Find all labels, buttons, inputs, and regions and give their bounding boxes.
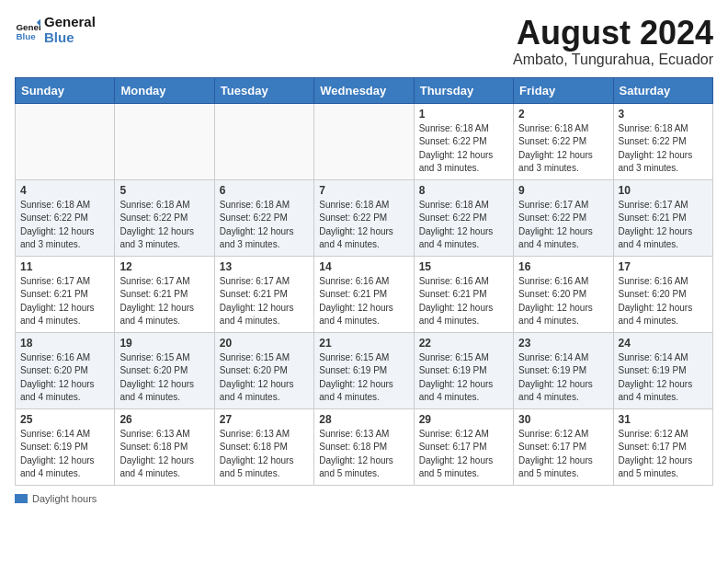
daylight-label: Daylight hours [32,493,97,504]
day-info: Sunrise: 6:13 AM Sunset: 6:18 PM Dayligh… [319,428,408,481]
calendar-cell: 23Sunrise: 6:14 AM Sunset: 6:19 PM Dayli… [514,332,613,408]
calendar-cell: 16Sunrise: 6:16 AM Sunset: 6:20 PM Dayli… [514,256,613,332]
day-number: 21 [319,337,408,350]
calendar-cell: 25Sunrise: 6:14 AM Sunset: 6:19 PM Dayli… [16,408,115,485]
calendar-cell: 14Sunrise: 6:16 AM Sunset: 6:21 PM Dayli… [314,256,414,332]
calendar-cell: 3Sunrise: 6:18 AM Sunset: 6:22 PM Daylig… [613,103,712,179]
day-info: Sunrise: 6:13 AM Sunset: 6:18 PM Dayligh… [119,428,209,481]
day-info: Sunrise: 6:16 AM Sunset: 6:21 PM Dayligh… [319,275,408,328]
day-number: 28 [319,413,408,426]
calendar-cell: 13Sunrise: 6:17 AM Sunset: 6:21 PM Dayli… [214,256,313,332]
calendar-cell: 12Sunrise: 6:17 AM Sunset: 6:21 PM Dayli… [115,256,214,332]
day-number: 2 [518,108,608,121]
day-number: 7 [319,184,408,197]
calendar-cell: 26Sunrise: 6:13 AM Sunset: 6:18 PM Dayli… [115,408,214,485]
weekday-header: Saturday [613,77,712,103]
calendar-cell [16,103,115,179]
day-info: Sunrise: 6:18 AM Sunset: 6:22 PM Dayligh… [518,122,608,176]
day-info: Sunrise: 6:16 AM Sunset: 6:21 PM Dayligh… [419,275,508,328]
day-info: Sunrise: 6:16 AM Sunset: 6:20 PM Dayligh… [20,351,109,405]
weekday-header: Sunday [16,77,115,103]
calendar-cell: 19Sunrise: 6:15 AM Sunset: 6:20 PM Dayli… [115,332,214,408]
day-info: Sunrise: 6:15 AM Sunset: 6:20 PM Dayligh… [220,351,309,405]
day-number: 27 [220,413,309,426]
day-info: Sunrise: 6:18 AM Sunset: 6:22 PM Dayligh… [20,199,109,252]
day-number: 16 [518,260,608,273]
calendar-cell: 30Sunrise: 6:12 AM Sunset: 6:17 PM Dayli… [514,408,613,485]
day-number: 23 [518,337,608,350]
day-info: Sunrise: 6:18 AM Sunset: 6:22 PM Dayligh… [319,199,408,252]
day-number: 9 [518,184,608,197]
calendar-cell: 1Sunrise: 6:18 AM Sunset: 6:22 PM Daylig… [414,103,513,179]
calendar-week-row: 18Sunrise: 6:16 AM Sunset: 6:20 PM Dayli… [16,332,713,408]
calendar-cell: 10Sunrise: 6:17 AM Sunset: 6:21 PM Dayli… [613,179,712,256]
day-info: Sunrise: 6:12 AM Sunset: 6:17 PM Dayligh… [518,428,608,481]
day-info: Sunrise: 6:15 AM Sunset: 6:19 PM Dayligh… [319,351,408,405]
day-number: 8 [419,184,508,197]
day-info: Sunrise: 6:17 AM Sunset: 6:21 PM Dayligh… [119,275,209,328]
calendar-cell: 31Sunrise: 6:12 AM Sunset: 6:17 PM Dayli… [613,408,712,485]
day-number: 31 [619,413,708,426]
day-number: 29 [419,413,508,426]
svg-text:Blue: Blue [16,30,36,40]
day-info: Sunrise: 6:18 AM Sunset: 6:22 PM Dayligh… [419,122,508,176]
day-number: 20 [220,337,309,350]
day-number: 12 [119,260,209,273]
day-number: 5 [119,184,209,197]
day-info: Sunrise: 6:14 AM Sunset: 6:19 PM Dayligh… [518,351,608,405]
calendar-cell: 27Sunrise: 6:13 AM Sunset: 6:18 PM Dayli… [214,408,313,485]
calendar-cell: 22Sunrise: 6:15 AM Sunset: 6:19 PM Dayli… [414,332,513,408]
logo: General Blue General Blue [15,15,96,45]
weekday-header: Friday [514,77,613,103]
day-info: Sunrise: 6:18 AM Sunset: 6:22 PM Dayligh… [220,199,309,252]
day-info: Sunrise: 6:17 AM Sunset: 6:21 PM Dayligh… [20,275,109,328]
day-number: 24 [619,337,708,350]
day-info: Sunrise: 6:13 AM Sunset: 6:18 PM Dayligh… [220,428,309,481]
calendar-cell: 6Sunrise: 6:18 AM Sunset: 6:22 PM Daylig… [214,179,313,256]
calendar-cell [314,103,414,179]
calendar-cell: 9Sunrise: 6:17 AM Sunset: 6:22 PM Daylig… [514,179,613,256]
calendar-header-row: SundayMondayTuesdayWednesdayThursdayFrid… [16,77,713,103]
day-info: Sunrise: 6:17 AM Sunset: 6:22 PM Dayligh… [518,199,608,252]
day-info: Sunrise: 6:18 AM Sunset: 6:22 PM Dayligh… [619,122,708,176]
day-info: Sunrise: 6:16 AM Sunset: 6:20 PM Dayligh… [619,275,708,328]
calendar-title: August 2024 [513,15,713,52]
calendar-cell: 28Sunrise: 6:13 AM Sunset: 6:18 PM Dayli… [314,408,414,485]
calendar-cell: 20Sunrise: 6:15 AM Sunset: 6:20 PM Dayli… [214,332,313,408]
calendar-cell: 17Sunrise: 6:16 AM Sunset: 6:20 PM Dayli… [613,256,712,332]
day-info: Sunrise: 6:14 AM Sunset: 6:19 PM Dayligh… [619,351,708,405]
calendar-week-row: 11Sunrise: 6:17 AM Sunset: 6:21 PM Dayli… [16,256,713,332]
day-number: 10 [619,184,708,197]
day-number: 19 [119,337,209,350]
calendar-cell: 5Sunrise: 6:18 AM Sunset: 6:22 PM Daylig… [115,179,214,256]
calendar-week-row: 1Sunrise: 6:18 AM Sunset: 6:22 PM Daylig… [16,103,713,179]
day-info: Sunrise: 6:16 AM Sunset: 6:20 PM Dayligh… [518,275,608,328]
day-info: Sunrise: 6:12 AM Sunset: 6:17 PM Dayligh… [619,428,708,481]
logo-general: General [44,15,96,30]
day-number: 30 [518,413,608,426]
day-number: 18 [20,337,109,350]
calendar-week-row: 25Sunrise: 6:14 AM Sunset: 6:19 PM Dayli… [16,408,713,485]
weekday-header: Thursday [414,77,513,103]
day-info: Sunrise: 6:15 AM Sunset: 6:20 PM Dayligh… [119,351,209,405]
day-info: Sunrise: 6:17 AM Sunset: 6:21 PM Dayligh… [220,275,309,328]
day-number: 4 [20,184,109,197]
calendar-cell: 7Sunrise: 6:18 AM Sunset: 6:22 PM Daylig… [314,179,414,256]
day-number: 26 [119,413,209,426]
day-number: 6 [220,184,309,197]
weekday-header: Tuesday [214,77,313,103]
logo-icon: General Blue [15,17,40,43]
day-info: Sunrise: 6:15 AM Sunset: 6:19 PM Dayligh… [419,351,508,405]
page-header: General Blue General Blue August 2024 Am… [15,15,713,68]
calendar-cell [214,103,313,179]
day-number: 22 [419,337,508,350]
logo-blue: Blue [44,30,96,46]
day-number: 13 [220,260,309,273]
day-number: 14 [319,260,408,273]
day-number: 15 [419,260,508,273]
calendar-cell: 29Sunrise: 6:12 AM Sunset: 6:17 PM Dayli… [414,408,513,485]
calendar-week-row: 4Sunrise: 6:18 AM Sunset: 6:22 PM Daylig… [16,179,713,256]
day-number: 17 [619,260,708,273]
calendar-footer: Daylight hours [15,493,713,505]
calendar-table: SundayMondayTuesdayWednesdayThursdayFrid… [15,77,713,486]
